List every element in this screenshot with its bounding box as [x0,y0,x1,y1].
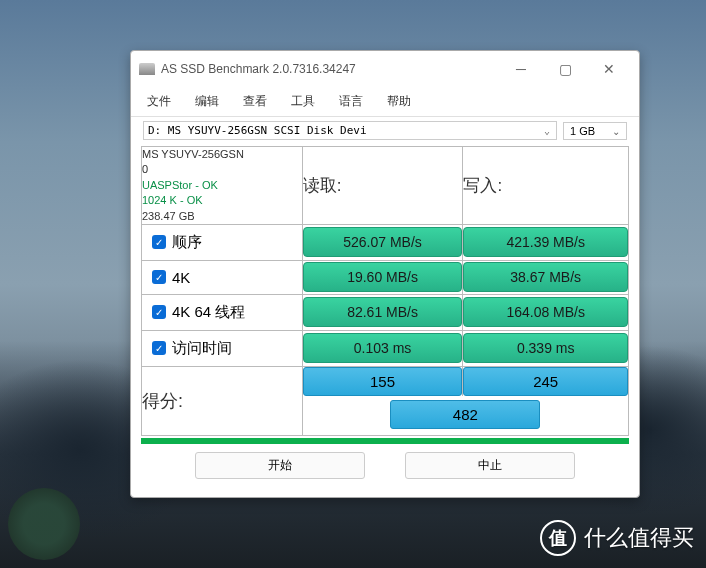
menu-language[interactable]: 语言 [335,91,367,112]
size-select[interactable]: 1 GB ⌄ [563,122,627,140]
row-access: ✓访问时间 0.103 ms 0.339 ms [142,330,629,366]
drive-model-2: 0 [142,162,302,177]
app-window: AS SSD Benchmark 2.0.7316.34247 ─ ▢ ✕ 文件… [130,50,640,498]
checkbox-access[interactable]: ✓ [152,341,166,355]
start-button[interactable]: 开始 [195,452,365,479]
checkbox-seq[interactable]: ✓ [152,235,166,249]
row-score: 得分: 155 245 [142,366,629,396]
watermark-text: 什么值得买 [584,523,694,553]
chevron-down-icon: ⌄ [544,125,550,136]
menu-tools[interactable]: 工具 [287,91,319,112]
label-access: 访问时间 [172,339,232,358]
drive-model: MS YSUYV-256GSN [142,147,302,162]
app-icon [139,63,155,75]
drive-select[interactable]: D: MS YSUYV-256GSN SCSI Disk Devi ⌄ [143,121,557,140]
drive-align: 1024 K - OK [142,193,302,208]
close-button[interactable]: ✕ [587,57,631,81]
access-write: 0.339 ms [463,333,628,363]
checkbox-4k64[interactable]: ✓ [152,305,166,319]
4k64-write: 164.08 MB/s [463,297,628,327]
menu-view[interactable]: 查看 [239,91,271,112]
titlebar: AS SSD Benchmark 2.0.7316.34247 ─ ▢ ✕ [131,51,639,87]
stop-button[interactable]: 中止 [405,452,575,479]
toolbar: D: MS YSUYV-256GSN SCSI Disk Devi ⌄ 1 GB… [131,117,639,144]
seq-read: 526.07 MB/s [303,227,463,257]
menu-edit[interactable]: 编辑 [191,91,223,112]
access-read: 0.103 ms [303,333,463,363]
menu-help[interactable]: 帮助 [383,91,415,112]
size-select-value: 1 GB [570,125,595,137]
4k-read: 19.60 MB/s [303,262,463,292]
row-4k: ✓4K 19.60 MB/s 38.67 MB/s [142,260,629,294]
label-4k: 4K [172,269,190,286]
drive-capacity: 238.47 GB [142,209,302,224]
label-4k64: 4K 64 线程 [172,303,245,322]
row-seq: ✓顺序 526.07 MB/s 421.39 MB/s [142,224,629,260]
minimize-button[interactable]: ─ [499,57,543,81]
stamp-logo [8,488,80,560]
maximize-button[interactable]: ▢ [543,57,587,81]
button-row: 开始 中止 [141,446,629,489]
header-read: 读取: [302,147,463,225]
row-4k64: ✓4K 64 线程 82.61 MB/s 164.08 MB/s [142,294,629,330]
label-seq: 顺序 [172,233,202,252]
menubar: 文件 编辑 查看 工具 语言 帮助 [131,87,639,117]
results-table: MS YSUYV-256GSN 0 UASPStor - OK 1024 K -… [141,146,629,436]
drive-driver: UASPStor - OK [142,178,302,193]
seq-write: 421.39 MB/s [463,227,628,257]
checkbox-4k[interactable]: ✓ [152,270,166,284]
watermark-icon: 值 [540,520,576,556]
score-read: 155 [303,367,463,396]
4k64-read: 82.61 MB/s [303,297,463,327]
header-write: 写入: [463,147,629,225]
chevron-down-icon: ⌄ [612,126,620,137]
drive-info-cell: MS YSUYV-256GSN 0 UASPStor - OK 1024 K -… [142,147,303,225]
window-title: AS SSD Benchmark 2.0.7316.34247 [161,62,499,76]
drive-select-value: D: MS YSUYV-256GSN SCSI Disk Devi [148,124,367,137]
score-write: 245 [463,367,628,396]
score-label: 得分: [142,366,303,435]
watermark: 值 什么值得买 [540,520,694,556]
4k-write: 38.67 MB/s [463,262,628,292]
score-total: 482 [390,400,540,429]
menu-file[interactable]: 文件 [143,91,175,112]
progress-bar [141,438,629,444]
